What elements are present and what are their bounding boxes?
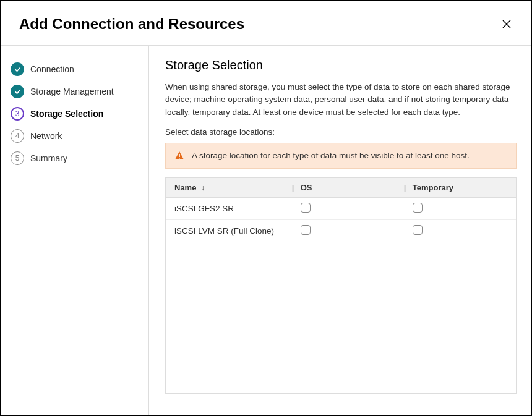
step-summary[interactable]: 5 Summary [11, 147, 139, 169]
temporary-checkbox[interactable] [413, 225, 423, 235]
page-description: When using shared storage, you must sele… [165, 81, 517, 119]
warning-icon [174, 151, 184, 161]
column-header-os[interactable]: OS [292, 178, 404, 198]
dialog-body: Connection Storage Management 3 Storage … [1, 46, 531, 415]
temporary-checkbox[interactable] [413, 203, 423, 213]
check-icon [11, 62, 24, 76]
warning-text: A storage location for each type of data… [192, 151, 470, 160]
step-number-icon: 5 [11, 151, 24, 165]
wizard-dialog: Add Connection and Resources Connection … [0, 0, 532, 416]
step-label: Storage Selection [30, 109, 103, 119]
step-connection[interactable]: Connection [11, 58, 139, 80]
step-number-icon: 4 [11, 129, 24, 143]
os-checkbox[interactable] [301, 203, 311, 213]
step-network[interactable]: 4 Network [11, 125, 139, 147]
wizard-sidebar: Connection Storage Management 3 Storage … [1, 46, 149, 415]
column-header-temporary[interactable]: Temporary [404, 178, 516, 198]
page-title: Storage Selection [165, 58, 517, 72]
step-label: Storage Management [30, 87, 114, 96]
storage-name-cell: iSCSI GFS2 SR [166, 197, 292, 219]
step-label: Network [30, 131, 62, 141]
storage-name-cell: iSCSI LVM SR (Full Clone) [166, 219, 292, 242]
dialog-title: Add Connection and Resources [19, 15, 244, 33]
svg-rect-4 [179, 158, 180, 159]
step-storage-selection[interactable]: 3 Storage Selection [11, 103, 139, 125]
warning-alert: A storage location for each type of data… [165, 143, 517, 169]
storage-table-container: Name ↓ OS Temporary [165, 177, 517, 394]
step-storage-management[interactable]: Storage Management [11, 80, 139, 103]
storage-table: Name ↓ OS Temporary [166, 178, 516, 242]
os-checkbox[interactable] [301, 225, 311, 235]
step-label: Summary [30, 153, 67, 163]
select-label: Select data storage locations: [165, 127, 517, 137]
check-icon [11, 85, 24, 98]
step-label: Connection [30, 64, 74, 74]
sort-down-icon: ↓ [201, 184, 205, 192]
dialog-header: Add Connection and Resources [1, 1, 531, 45]
step-number-icon: 3 [11, 107, 24, 121]
close-icon[interactable] [500, 18, 513, 30]
table-row: iSCSI LVM SR (Full Clone) [166, 219, 516, 242]
column-header-name[interactable]: Name ↓ [166, 178, 292, 198]
table-row: iSCSI GFS2 SR [166, 197, 516, 219]
wizard-main: Storage Selection When using shared stor… [149, 46, 531, 415]
svg-rect-3 [179, 154, 180, 157]
